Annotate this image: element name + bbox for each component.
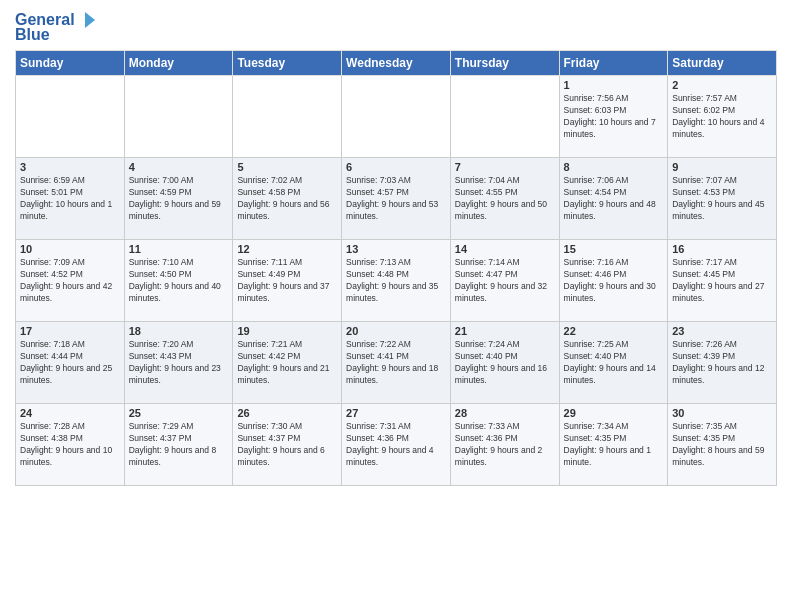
logo-blue: Blue xyxy=(15,26,50,44)
calendar-cell xyxy=(16,76,125,158)
calendar-cell: 9Sunrise: 7:07 AMSunset: 4:53 PMDaylight… xyxy=(668,158,777,240)
day-info: Sunrise: 7:11 AMSunset: 4:49 PMDaylight:… xyxy=(237,257,337,305)
day-info: Sunrise: 7:30 AMSunset: 4:37 PMDaylight:… xyxy=(237,421,337,469)
calendar-cell: 27Sunrise: 7:31 AMSunset: 4:36 PMDayligh… xyxy=(342,404,451,486)
day-number: 9 xyxy=(672,161,772,173)
day-info: Sunrise: 7:13 AMSunset: 4:48 PMDaylight:… xyxy=(346,257,446,305)
day-info: Sunrise: 7:57 AMSunset: 6:02 PMDaylight:… xyxy=(672,93,772,141)
day-number: 6 xyxy=(346,161,446,173)
day-info: Sunrise: 7:25 AMSunset: 4:40 PMDaylight:… xyxy=(564,339,664,387)
day-number: 18 xyxy=(129,325,229,337)
weekday-header: Wednesday xyxy=(342,51,451,76)
calendar-cell: 23Sunrise: 7:26 AMSunset: 4:39 PMDayligh… xyxy=(668,322,777,404)
calendar-cell: 21Sunrise: 7:24 AMSunset: 4:40 PMDayligh… xyxy=(450,322,559,404)
day-number: 12 xyxy=(237,243,337,255)
calendar-cell: 28Sunrise: 7:33 AMSunset: 4:36 PMDayligh… xyxy=(450,404,559,486)
calendar-cell: 25Sunrise: 7:29 AMSunset: 4:37 PMDayligh… xyxy=(124,404,233,486)
weekday-header: Tuesday xyxy=(233,51,342,76)
day-info: Sunrise: 7:26 AMSunset: 4:39 PMDaylight:… xyxy=(672,339,772,387)
calendar-cell xyxy=(342,76,451,158)
day-number: 1 xyxy=(564,79,664,91)
weekday-header: Sunday xyxy=(16,51,125,76)
day-info: Sunrise: 7:09 AMSunset: 4:52 PMDaylight:… xyxy=(20,257,120,305)
calendar-cell: 3Sunrise: 6:59 AMSunset: 5:01 PMDaylight… xyxy=(16,158,125,240)
day-info: Sunrise: 7:21 AMSunset: 4:42 PMDaylight:… xyxy=(237,339,337,387)
header: General Blue xyxy=(15,10,777,44)
calendar-table: SundayMondayTuesdayWednesdayThursdayFrid… xyxy=(15,50,777,486)
day-info: Sunrise: 7:56 AMSunset: 6:03 PMDaylight:… xyxy=(564,93,664,141)
calendar-week-row: 3Sunrise: 6:59 AMSunset: 5:01 PMDaylight… xyxy=(16,158,777,240)
day-number: 2 xyxy=(672,79,772,91)
day-info: Sunrise: 7:24 AMSunset: 4:40 PMDaylight:… xyxy=(455,339,555,387)
day-info: Sunrise: 7:29 AMSunset: 4:37 PMDaylight:… xyxy=(129,421,229,469)
day-number: 29 xyxy=(564,407,664,419)
calendar-cell: 29Sunrise: 7:34 AMSunset: 4:35 PMDayligh… xyxy=(559,404,668,486)
day-info: Sunrise: 7:28 AMSunset: 4:38 PMDaylight:… xyxy=(20,421,120,469)
day-number: 4 xyxy=(129,161,229,173)
main-container: General Blue SundayMondayTuesdayWednesda… xyxy=(0,0,792,496)
calendar-cell: 1Sunrise: 7:56 AMSunset: 6:03 PMDaylight… xyxy=(559,76,668,158)
logo: General Blue xyxy=(15,10,97,44)
day-info: Sunrise: 7:06 AMSunset: 4:54 PMDaylight:… xyxy=(564,175,664,223)
calendar-cell: 13Sunrise: 7:13 AMSunset: 4:48 PMDayligh… xyxy=(342,240,451,322)
day-number: 21 xyxy=(455,325,555,337)
day-number: 13 xyxy=(346,243,446,255)
logo-arrow-icon xyxy=(77,10,97,30)
day-number: 5 xyxy=(237,161,337,173)
calendar-cell: 22Sunrise: 7:25 AMSunset: 4:40 PMDayligh… xyxy=(559,322,668,404)
day-number: 10 xyxy=(20,243,120,255)
day-info: Sunrise: 6:59 AMSunset: 5:01 PMDaylight:… xyxy=(20,175,120,223)
day-info: Sunrise: 7:22 AMSunset: 4:41 PMDaylight:… xyxy=(346,339,446,387)
calendar-cell xyxy=(450,76,559,158)
calendar-cell: 11Sunrise: 7:10 AMSunset: 4:50 PMDayligh… xyxy=(124,240,233,322)
day-info: Sunrise: 7:07 AMSunset: 4:53 PMDaylight:… xyxy=(672,175,772,223)
day-number: 24 xyxy=(20,407,120,419)
day-info: Sunrise: 7:35 AMSunset: 4:35 PMDaylight:… xyxy=(672,421,772,469)
day-number: 25 xyxy=(129,407,229,419)
calendar-cell xyxy=(233,76,342,158)
day-number: 20 xyxy=(346,325,446,337)
day-number: 27 xyxy=(346,407,446,419)
calendar-cell: 10Sunrise: 7:09 AMSunset: 4:52 PMDayligh… xyxy=(16,240,125,322)
day-info: Sunrise: 7:10 AMSunset: 4:50 PMDaylight:… xyxy=(129,257,229,305)
calendar-cell: 4Sunrise: 7:00 AMSunset: 4:59 PMDaylight… xyxy=(124,158,233,240)
day-number: 28 xyxy=(455,407,555,419)
weekday-header: Thursday xyxy=(450,51,559,76)
calendar-cell: 18Sunrise: 7:20 AMSunset: 4:43 PMDayligh… xyxy=(124,322,233,404)
calendar-cell: 5Sunrise: 7:02 AMSunset: 4:58 PMDaylight… xyxy=(233,158,342,240)
day-info: Sunrise: 7:02 AMSunset: 4:58 PMDaylight:… xyxy=(237,175,337,223)
calendar-cell: 15Sunrise: 7:16 AMSunset: 4:46 PMDayligh… xyxy=(559,240,668,322)
day-number: 26 xyxy=(237,407,337,419)
calendar-week-row: 24Sunrise: 7:28 AMSunset: 4:38 PMDayligh… xyxy=(16,404,777,486)
day-number: 3 xyxy=(20,161,120,173)
weekday-header: Monday xyxy=(124,51,233,76)
calendar-cell: 19Sunrise: 7:21 AMSunset: 4:42 PMDayligh… xyxy=(233,322,342,404)
weekday-header: Friday xyxy=(559,51,668,76)
day-info: Sunrise: 7:20 AMSunset: 4:43 PMDaylight:… xyxy=(129,339,229,387)
day-number: 7 xyxy=(455,161,555,173)
weekday-header: Saturday xyxy=(668,51,777,76)
day-info: Sunrise: 7:17 AMSunset: 4:45 PMDaylight:… xyxy=(672,257,772,305)
calendar-cell: 12Sunrise: 7:11 AMSunset: 4:49 PMDayligh… xyxy=(233,240,342,322)
calendar-cell: 14Sunrise: 7:14 AMSunset: 4:47 PMDayligh… xyxy=(450,240,559,322)
calendar-cell: 17Sunrise: 7:18 AMSunset: 4:44 PMDayligh… xyxy=(16,322,125,404)
day-info: Sunrise: 7:18 AMSunset: 4:44 PMDaylight:… xyxy=(20,339,120,387)
day-info: Sunrise: 7:04 AMSunset: 4:55 PMDaylight:… xyxy=(455,175,555,223)
calendar-cell: 8Sunrise: 7:06 AMSunset: 4:54 PMDaylight… xyxy=(559,158,668,240)
day-number: 15 xyxy=(564,243,664,255)
calendar-week-row: 1Sunrise: 7:56 AMSunset: 6:03 PMDaylight… xyxy=(16,76,777,158)
calendar-cell: 26Sunrise: 7:30 AMSunset: 4:37 PMDayligh… xyxy=(233,404,342,486)
day-info: Sunrise: 7:34 AMSunset: 4:35 PMDaylight:… xyxy=(564,421,664,469)
day-info: Sunrise: 7:03 AMSunset: 4:57 PMDaylight:… xyxy=(346,175,446,223)
calendar-cell xyxy=(124,76,233,158)
day-number: 17 xyxy=(20,325,120,337)
day-number: 16 xyxy=(672,243,772,255)
calendar-cell: 16Sunrise: 7:17 AMSunset: 4:45 PMDayligh… xyxy=(668,240,777,322)
day-number: 11 xyxy=(129,243,229,255)
day-number: 23 xyxy=(672,325,772,337)
calendar-cell: 24Sunrise: 7:28 AMSunset: 4:38 PMDayligh… xyxy=(16,404,125,486)
day-info: Sunrise: 7:16 AMSunset: 4:46 PMDaylight:… xyxy=(564,257,664,305)
calendar-cell: 30Sunrise: 7:35 AMSunset: 4:35 PMDayligh… xyxy=(668,404,777,486)
logo-text-block: General Blue xyxy=(15,10,97,44)
day-info: Sunrise: 7:14 AMSunset: 4:47 PMDaylight:… xyxy=(455,257,555,305)
